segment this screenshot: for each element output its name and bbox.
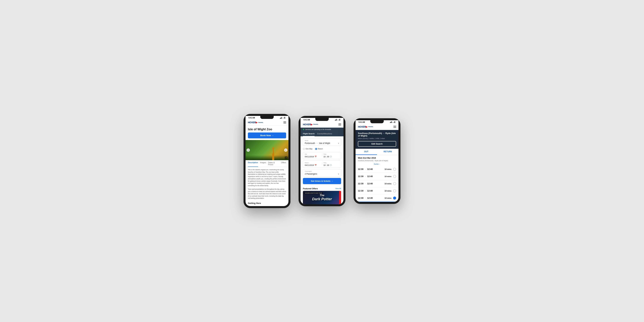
route-from: Portsmouth [305,142,315,144]
time-arrow-4: → [364,190,366,192]
passengers-row: 2 Passengers ∨ [305,173,339,175]
phone-notch-2 [315,118,329,121]
view-all-link[interactable]: View All [335,188,341,190]
getting-here-heading: Getting Here [246,201,288,206]
tab-flight-search[interactable]: Flight Search [303,131,314,136]
detail-tabs: Description Images Dates & Prices Offers [246,160,288,167]
results-info: Return journey, 2 adults, 1 child, 1 inf… [358,138,396,139]
results-route: Southsea (Portsmouth) → Ryde (Isle of Wi… [358,132,396,137]
wifi-icon-3: ▲ [392,122,394,123]
service-status-bar: Services are operating to the timetable [300,128,344,131]
return-date-card[interactable]: Return 04/11/2018 📅 Time 10 : 30 🕐 [303,160,341,168]
logo-3: HOVER▶ TRAVEL [358,126,373,128]
time-slot-1[interactable]: 12:30 → 12:40 10 mins [356,166,398,173]
journey-type-selector: One Way Return [303,147,341,150]
logo-1: HOVER▶ TRAVEL [248,121,263,124]
signal-icon-3 [390,121,392,123]
image-next-button[interactable]: › [284,148,288,152]
phone-2: 9:41 AM ▲ ▋ HOVER▶ [298,116,346,206]
radio-one-way[interactable]: One Way [303,148,312,150]
battery-icon: ▋ [284,117,286,118]
battery-icon-3: ▋ [394,122,396,123]
hamburger-menu-2[interactable] [338,124,341,126]
earlier-link[interactable]: Earlier ↑ [356,162,398,166]
return-date-field: Return 04/11/2018 📅 [305,162,321,166]
time-slot-2[interactable]: 12:30 → 12:40 10 mins [356,173,398,180]
radio-return[interactable]: Return [315,148,323,150]
logo-travel-text-2: TRAVEL [313,124,318,125]
hamburger-menu-1[interactable] [284,122,286,124]
passengers-label: Passengers [305,170,339,172]
select-circle-5[interactable] [393,196,396,200]
select-circle-4[interactable] [393,189,396,192]
description-text: This is the Island's original zoo, overl… [246,167,288,201]
out-label: Out [305,154,321,155]
tab-return[interactable]: RETURN [377,149,398,155]
radio-one-way-label: One Way [306,148,312,150]
out-date-value: 04/11/2018 📅 [305,156,321,158]
time-slot-3[interactable]: 12:30 → 12:40 10 mins [356,180,398,187]
status-icons-2: ▲ ▋ [335,119,340,120]
time-from-4: 12:30 [358,190,364,192]
clock-icon-return: 🕐 [330,164,332,166]
expand-icon[interactable]: ⤢ [285,156,288,159]
return-date-time-row: Return 04/11/2018 📅 Time 10 : 30 🕐 [305,162,339,166]
status-icons-3: ▲ ▋ [390,121,396,123]
time-to-4: 12:40 [367,190,373,192]
image-prev-button[interactable]: ‹ [246,148,250,152]
featured-image-label: GOLDEN HOUR STUDIO TOUR [304,192,323,194]
tab-images[interactable]: Images [260,162,266,167]
book-now-button[interactable]: Book Now → [248,132,286,138]
route-card[interactable]: Route Portsmouth → Isle of Wight ∨ [303,138,341,146]
tab-dates-prices[interactable]: Dates & Prices [268,162,279,167]
calendar-icon: 📅 [314,156,317,158]
duration-5: 10 mins [384,197,392,199]
journey-route: Southsea (Portsmouth) - Ryde (Isle of Wi… [356,160,398,162]
route-label: Route [305,140,339,142]
edit-search-button[interactable]: Edit Search [358,141,396,147]
route-to: Isle of Wight [319,142,330,144]
featured-image[interactable]: GOLDEN HOUR STUDIO TOUR TheDark Potter [303,191,341,204]
results-tabs: OUT RETURN [356,149,398,155]
featured-red-stripe [339,191,341,204]
select-circle-3[interactable] [393,182,396,185]
hamburger-menu-3[interactable] [394,126,396,128]
phone-3: 9:41 AM ▲ ▋ HOVER▶ [354,118,400,204]
tab-description[interactable]: Description [248,162,258,167]
tab-out[interactable]: OUT [356,149,377,155]
time-range-3: 12:30 → 12:40 [358,182,384,185]
return-label: Return [305,162,321,164]
phone-notch [260,116,274,119]
status-time-3: 9:41 AM [358,121,365,123]
time-slot-5[interactable]: 12:30 → 12:40 10 mins [356,194,398,202]
route-arrow-icon: → [316,142,318,144]
get-times-button[interactable]: Get times & tickets → [303,178,341,184]
status-time-2: 9:41 AM [304,119,310,121]
logo-travel-text: TRAVEL [258,122,263,123]
app-header-3: HOVER▶ TRAVEL [356,124,398,130]
phone-notch-3 [370,120,384,123]
tab-offers[interactable]: Offers [281,162,286,167]
duration-4: 10 mins [384,190,392,192]
time-arrow-3: → [364,183,366,184]
signal-icon-2 [335,119,337,120]
return-time-field: Time 10 : 30 🕐 [324,162,340,166]
time-range-4: 12:30 → 12:40 [358,190,384,192]
passengers-value: 2 Passengers [305,173,317,175]
route-expand-icon: ∨ [338,142,339,144]
out-date-card[interactable]: Out 04/11/2018 📅 Time 10 : 30 🕐 [303,152,341,159]
logo-hover-text-2: HOVER▶ [303,123,312,126]
giraffe-illustration [271,147,276,160]
return-time-label: Time [324,162,340,164]
tab-events-attractions[interactable]: Events/Attractions [317,131,332,136]
radio-one-way-circle [303,148,305,150]
route-row: Portsmouth → Isle of Wight ∨ [305,142,339,144]
time-slot-4[interactable]: 12:30 → 12:40 10 mins [356,187,398,194]
passengers-expand-icon: ∨ [338,173,339,175]
select-circle-2[interactable] [393,175,396,178]
time-to-5: 12:40 [367,197,373,199]
select-circle-1[interactable] [393,168,396,171]
featured-image-text: TheDark Potter [312,194,332,201]
radio-return-circle [315,148,317,150]
passengers-card[interactable]: Passengers 2 Passengers ∨ [303,169,341,176]
